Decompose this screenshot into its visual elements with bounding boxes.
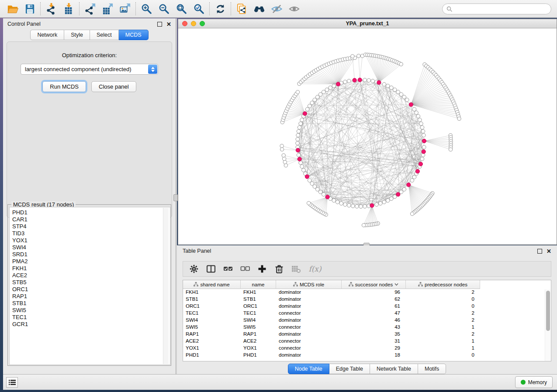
- table-scrollbar-thumb[interactable]: [546, 291, 550, 331]
- network-node[interactable]: [410, 179, 414, 182]
- mcds-result-item[interactable]: STB1: [12, 300, 170, 307]
- tab-motifs[interactable]: Motifs: [418, 364, 446, 374]
- mcds-result-item[interactable]: ACE2: [12, 272, 170, 279]
- first-neighbors-button[interactable]: [250, 1, 268, 16]
- table-row[interactable]: STB1STB1dominator620: [183, 296, 551, 303]
- network-node[interactable]: [363, 204, 367, 208]
- network-node[interactable]: [416, 114, 420, 118]
- network-node[interactable]: [280, 148, 284, 151]
- network-node[interactable]: [305, 107, 309, 111]
- mcds-node[interactable]: [422, 139, 426, 143]
- network-node[interactable]: [299, 122, 303, 126]
- memory-button[interactable]: Memory: [515, 376, 553, 388]
- network-node[interactable]: [410, 212, 414, 216]
- network-node[interactable]: [308, 104, 311, 108]
- vertical-splitter-handle[interactable]: [173, 194, 178, 201]
- clone-network-button[interactable]: [233, 1, 250, 16]
- network-node[interactable]: [422, 134, 426, 138]
- mcds-node[interactable]: [377, 80, 381, 84]
- import-table-button[interactable]: [60, 1, 77, 16]
- mcds-result-item[interactable]: PMA2: [12, 258, 170, 265]
- network-node[interactable]: [343, 80, 347, 84]
- network-node[interactable]: [420, 157, 424, 161]
- network-node[interactable]: [332, 199, 336, 203]
- mcds-result-item[interactable]: RAP1: [12, 293, 170, 300]
- column-header-successor-nodes[interactable]: successor nodes: [342, 280, 406, 289]
- network-node[interactable]: [359, 205, 363, 209]
- mcds-result-item[interactable]: PHD1: [12, 209, 170, 216]
- network-node[interactable]: [302, 168, 306, 172]
- hide-selected-button[interactable]: [268, 1, 285, 16]
- mcds-node[interactable]: [407, 183, 411, 187]
- panel-list-button[interactable]: [6, 377, 18, 388]
- network-node[interactable]: [318, 190, 322, 194]
- mcds-result-item[interactable]: TID3: [12, 230, 170, 237]
- float-table-panel-icon[interactable]: [537, 249, 542, 254]
- network-node[interactable]: [336, 200, 339, 204]
- tab-select[interactable]: Select: [90, 30, 119, 40]
- table-row[interactable]: SWI4SWI4dominator462: [183, 317, 551, 324]
- network-node[interactable]: [405, 98, 409, 102]
- network-node[interactable]: [375, 203, 379, 206]
- select-all-button[interactable]: [222, 263, 234, 275]
- network-node[interactable]: [386, 84, 390, 88]
- refresh-button[interactable]: [211, 1, 229, 16]
- network-node[interactable]: [299, 161, 303, 165]
- network-node[interactable]: [362, 224, 365, 227]
- tab-mcds[interactable]: MCDS: [119, 30, 149, 40]
- network-node[interactable]: [339, 202, 343, 206]
- tab-network-table[interactable]: Network Table: [370, 364, 418, 374]
- network-node[interactable]: [357, 54, 360, 58]
- close-panel-icon[interactable]: ✕: [166, 22, 171, 27]
- network-node[interactable]: [283, 160, 287, 164]
- network-node[interactable]: [412, 107, 416, 111]
- network-node[interactable]: [310, 182, 314, 186]
- table-row[interactable]: ACE2ACE2connector311: [183, 338, 551, 345]
- mcds-node[interactable]: [296, 148, 300, 152]
- mcds-result-item[interactable]: GCR1: [12, 321, 170, 328]
- delete-button[interactable]: [273, 263, 285, 275]
- column-header-name[interactable]: name: [241, 280, 276, 289]
- search-field[interactable]: [442, 3, 551, 14]
- network-node[interactable]: [322, 193, 325, 196]
- mcds-node[interactable]: [358, 78, 362, 82]
- network-window-titlebar[interactable]: YPA_prune.txt_1: [178, 19, 557, 28]
- add-button[interactable]: [256, 263, 268, 275]
- table-row[interactable]: RAP1RAP1dominator352: [183, 331, 551, 338]
- open-file-button[interactable]: [3, 1, 21, 16]
- table-row[interactable]: SWI5SWI5connector431: [183, 324, 551, 331]
- search-input[interactable]: [453, 6, 544, 12]
- network-node[interactable]: [399, 62, 403, 66]
- network-node[interactable]: [297, 153, 301, 157]
- mcds-node[interactable]: [409, 103, 413, 107]
- zoom-in-button[interactable]: [138, 1, 155, 16]
- network-node[interactable]: [300, 165, 304, 168]
- network-node[interactable]: [296, 138, 300, 141]
- network-node[interactable]: [449, 148, 452, 151]
- mcds-result-item[interactable]: ORC1: [12, 286, 170, 293]
- table-row[interactable]: TEC1TEC1connector472: [183, 310, 551, 317]
- mcds-result-item[interactable]: STB5: [12, 279, 170, 286]
- mcds-node[interactable]: [325, 195, 329, 199]
- show-all-button[interactable]: [285, 1, 303, 16]
- network-node[interactable]: [297, 130, 301, 134]
- tab-network[interactable]: Network: [30, 30, 64, 40]
- zoom-selected-button[interactable]: [190, 1, 208, 16]
- column-header-shared-name[interactable]: shared name: [183, 280, 241, 289]
- mcds-node[interactable]: [415, 169, 419, 173]
- network-node[interactable]: [421, 130, 425, 134]
- network-node[interactable]: [300, 118, 304, 122]
- network-node[interactable]: [351, 55, 354, 58]
- network-node[interactable]: [367, 79, 371, 83]
- mcds-result-item[interactable]: FKH1: [12, 265, 170, 272]
- network-node[interactable]: [390, 86, 394, 90]
- network-node[interactable]: [325, 88, 329, 92]
- mcds-result-item[interactable]: TEC1: [12, 314, 170, 321]
- network-node[interactable]: [298, 126, 301, 130]
- mcds-result-item[interactable]: YOX1: [12, 237, 170, 244]
- network-node[interactable]: [412, 175, 416, 179]
- mcds-node[interactable]: [370, 203, 374, 207]
- network-node[interactable]: [382, 83, 386, 86]
- network-node[interactable]: [399, 93, 403, 96]
- network-node[interactable]: [379, 202, 383, 206]
